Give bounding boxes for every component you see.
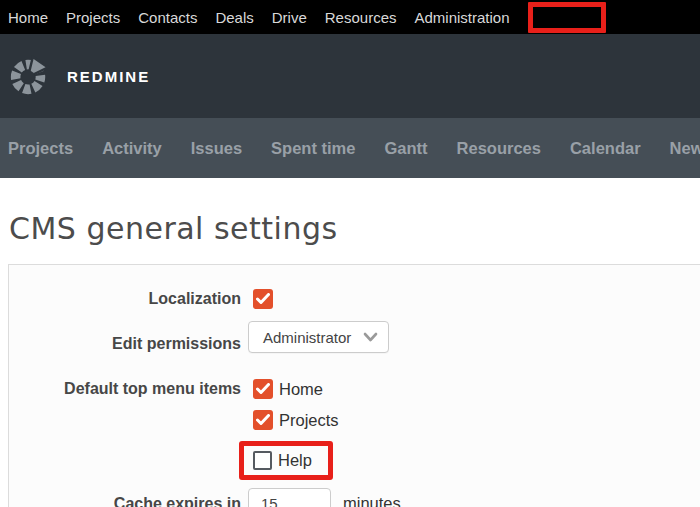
projects-checkbox[interactable]	[253, 410, 273, 430]
top-menu-bar: Home Projects Contacts Deals Drive Resou…	[0, 0, 700, 34]
checkmark-icon	[256, 293, 270, 305]
help-checkbox[interactable]	[253, 451, 272, 470]
nav-projects[interactable]: Projects	[8, 139, 73, 158]
home-checkbox-label: Home	[279, 380, 323, 399]
checkmark-icon	[256, 383, 270, 395]
menu-item-option-home: Home	[253, 379, 339, 399]
localization-label: Localization	[9, 289, 241, 308]
menu-item-option-projects: Projects	[253, 410, 339, 430]
top-menu-resources[interactable]: Resources	[325, 9, 397, 26]
top-menu-deals[interactable]: Deals	[215, 9, 253, 26]
top-menu-projects[interactable]: Projects	[66, 9, 120, 26]
nav-spent-time[interactable]: Spent time	[271, 139, 355, 158]
page-title: CMS general settings	[0, 178, 700, 246]
cache-expires-unit-label: minutes	[343, 494, 401, 507]
cache-expires-label: Cache expires in	[9, 488, 241, 507]
projects-checkbox-label: Projects	[279, 411, 339, 430]
main-content: CMS general settings Localization Edit p…	[0, 178, 700, 507]
top-menu-drive[interactable]: Drive	[272, 9, 307, 26]
app-header: REDMINE	[0, 34, 700, 118]
default-top-menu-items-label: Default top menu items	[9, 379, 241, 398]
nav-calendar[interactable]: Calendar	[570, 139, 641, 158]
nav-issues[interactable]: Issues	[191, 139, 242, 158]
setting-row-default-top-menu-items: Default top menu items Home	[9, 379, 700, 480]
nav-activity[interactable]: Activity	[102, 139, 162, 158]
nav-gantt[interactable]: Gantt	[384, 139, 427, 158]
help-checkbox-label: Help	[278, 451, 312, 470]
menu-item-option-help: Help	[253, 441, 339, 480]
edit-permissions-label: Edit permissions	[9, 327, 241, 353]
setting-row-localization: Localization	[9, 289, 700, 309]
help-option-annotation: Help	[239, 441, 333, 480]
nav-resources[interactable]: Resources	[457, 139, 541, 158]
checkmark-icon	[256, 414, 270, 426]
home-checkbox[interactable]	[253, 379, 273, 399]
redmine-logo-icon	[8, 55, 50, 97]
project-nav-bar: Projects Activity Issues Spent time Gant…	[0, 118, 700, 178]
settings-form: Localization Edit permissions Administra…	[8, 264, 700, 507]
redacted-menu-item-annotation	[528, 2, 606, 33]
top-menu-home[interactable]: Home	[8, 9, 48, 26]
app-logo-text: REDMINE	[67, 68, 150, 85]
top-menu-contacts[interactable]: Contacts	[138, 9, 197, 26]
edit-permissions-select[interactable]: Administrator	[248, 321, 389, 353]
nav-news[interactable]: News	[670, 139, 700, 158]
cache-expires-input[interactable]	[248, 488, 331, 507]
localization-checkbox[interactable]	[253, 289, 273, 309]
setting-row-cache-expires: Cache expires in minutes	[9, 488, 700, 507]
edit-permissions-selected-value: Administrator	[263, 329, 351, 346]
chevron-down-icon	[363, 331, 378, 343]
setting-row-edit-permissions: Edit permissions Administrator	[9, 327, 700, 353]
top-menu-administration[interactable]: Administration	[414, 9, 509, 26]
